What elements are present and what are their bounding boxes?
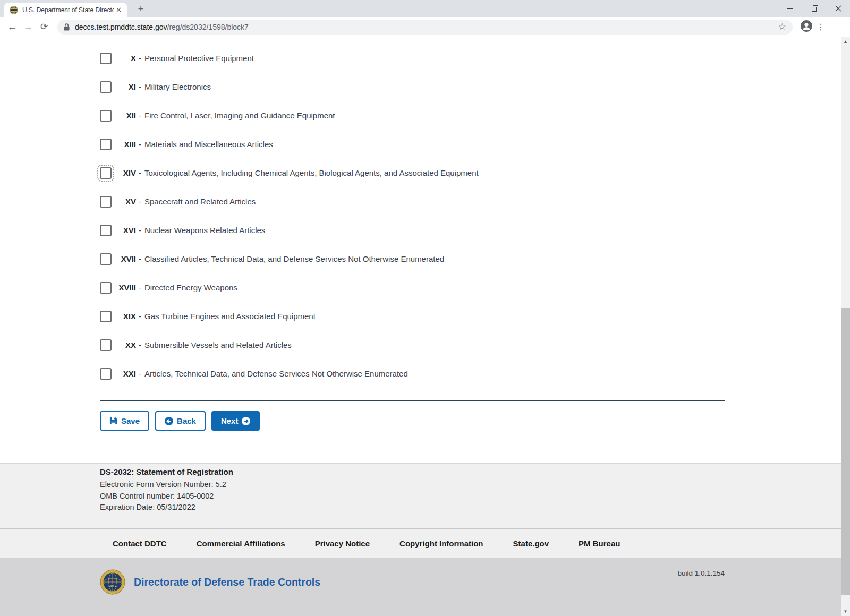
scrollbar-down-icon[interactable]: ▼: [841, 607, 850, 616]
category-separator: -: [139, 283, 141, 292]
save-button-label: Save: [121, 416, 140, 425]
category-label: Military Electronics: [144, 82, 211, 91]
address-bar[interactable]: deccs.test.pmddtc.state.gov/reg/ds2032/1…: [57, 20, 793, 35]
new-tab-button[interactable]: +: [134, 4, 147, 15]
content-divider: [100, 400, 725, 401]
scrollbar-up-icon[interactable]: ▲: [841, 37, 850, 46]
category-checkbox[interactable]: [100, 139, 112, 150]
form-version: Electronic Form Version Number: 5.2: [100, 479, 850, 491]
category-numeral: XVIII: [114, 283, 136, 292]
usml-category-row[interactable]: XIV - Toxicological Agents, Including Ch…: [100, 167, 479, 179]
category-separator: -: [139, 82, 141, 91]
browser-menu-icon[interactable]: ⋮: [814, 22, 828, 32]
category-separator: -: [139, 111, 141, 120]
org-title[interactable]: Directorate of Defense Trade Controls: [134, 576, 320, 588]
category-separator: -: [139, 312, 141, 321]
profile-avatar-icon[interactable]: [800, 20, 813, 35]
usml-category-row[interactable]: XII - Fire Control, Laser, Imaging and G…: [100, 109, 479, 122]
usml-category-list: X - Personal Protective Equipment XI - M…: [100, 52, 479, 396]
reload-icon[interactable]: ⟳: [36, 21, 52, 32]
usml-category-row[interactable]: XVI - Nuclear Weapons Related Articles: [100, 224, 479, 236]
category-checkbox[interactable]: [100, 311, 112, 322]
usml-category-row[interactable]: XIX - Gas Turbine Engines and Associated…: [100, 310, 479, 322]
restore-icon: [812, 7, 817, 12]
form-expiration: Expiration Date: 05/31/2022: [100, 502, 850, 514]
usml-category-row[interactable]: XXI - Articles, Technical Data, and Defe…: [100, 367, 479, 380]
usml-category-row[interactable]: XVII - Classified Articles, Technical Da…: [100, 253, 479, 265]
build-version: build 1.0.1.154: [677, 569, 725, 577]
window-close-button[interactable]: [826, 0, 850, 17]
category-numeral: XIII: [114, 140, 136, 149]
close-icon: [835, 5, 842, 12]
page-scrollbar[interactable]: ▲ ▼: [841, 37, 850, 616]
branding-footer: DDTC Directorate of Defense Trade Contro…: [0, 558, 850, 616]
url-text: deccs.test.pmddtc.state.gov/reg/ds2032/1…: [75, 23, 249, 31]
category-checkbox[interactable]: [100, 368, 112, 380]
footer-link[interactable]: Copyright Information: [400, 539, 483, 548]
category-label: Personal Protective Equipment: [144, 54, 254, 63]
category-checkbox[interactable]: [100, 225, 112, 236]
category-label: Directed Energy Weapons: [144, 283, 237, 292]
save-button[interactable]: Save: [100, 411, 149, 431]
category-numeral: XX: [114, 340, 136, 349]
category-checkbox[interactable]: [100, 110, 112, 122]
category-label: Gas Turbine Engines and Associated Equip…: [144, 312, 316, 321]
category-label: Classified Articles, Technical Data, and…: [144, 254, 444, 263]
category-numeral: XIV: [114, 168, 136, 177]
browser-toolbar: ← → ⟳ deccs.test.pmddtc.state.gov/reg/ds…: [0, 17, 850, 37]
footer-links: Contact DDTC Commercial Affiliations Pri…: [0, 528, 850, 558]
category-numeral: XII: [114, 111, 136, 120]
tab-title: U.S. Department of State Directo: [22, 6, 114, 14]
footer-link[interactable]: Privacy Notice: [315, 539, 370, 548]
category-separator: -: [139, 254, 141, 263]
brand-block: DDTC Directorate of Defense Trade Contro…: [100, 569, 320, 595]
url-path: /reg/ds2032/1598/block7: [167, 23, 249, 31]
tab-close-icon[interactable]: [114, 6, 123, 14]
footer-link[interactable]: Contact DDTC: [113, 539, 167, 548]
category-checkbox[interactable]: [100, 282, 112, 294]
page-viewport: X - Personal Protective Equipment XI - M…: [0, 37, 850, 616]
category-checkbox[interactable]: [100, 167, 112, 179]
usml-category-row[interactable]: XIII - Materials and Miscellaneous Artic…: [100, 138, 479, 150]
category-numeral: XIX: [114, 312, 136, 321]
usml-category-row[interactable]: XX - Submersible Vessels and Related Art…: [100, 339, 479, 351]
category-label: Fire Control, Laser, Imaging and Guidanc…: [144, 111, 335, 120]
back-circle-icon: [165, 417, 173, 425]
window-restore-button[interactable]: [802, 0, 826, 17]
save-floppy-icon: [109, 417, 117, 425]
bookmark-star-icon[interactable]: ☆: [778, 21, 786, 32]
category-label: Nuclear Weapons Related Articles: [144, 226, 265, 235]
minimize-icon: [787, 8, 793, 9]
footer-link[interactable]: PM Bureau: [579, 539, 620, 548]
category-numeral: XI: [114, 82, 136, 91]
window-minimize-button[interactable]: [778, 0, 802, 17]
footer-link[interactable]: State.gov: [513, 539, 549, 548]
category-label: Submersible Vessels and Related Articles: [144, 340, 292, 349]
category-checkbox[interactable]: [100, 196, 112, 208]
category-label: Spacecraft and Related Articles: [144, 197, 256, 206]
lock-icon: [64, 23, 70, 31]
category-separator: -: [139, 369, 141, 378]
category-checkbox[interactable]: [100, 53, 112, 64]
category-separator: -: [139, 197, 141, 206]
browser-tab[interactable]: U.S. Department of State Directo: [4, 3, 127, 17]
footer-link[interactable]: Commercial Affiliations: [197, 539, 285, 548]
category-checkbox[interactable]: [100, 81, 112, 93]
category-checkbox[interactable]: [100, 339, 112, 351]
window-controls: [778, 0, 850, 17]
ddtc-seal-logo: DDTC: [100, 569, 125, 595]
usml-category-row[interactable]: XVIII - Directed Energy Weapons: [100, 281, 479, 294]
usml-category-row[interactable]: X - Personal Protective Equipment: [100, 52, 479, 64]
back-nav-icon[interactable]: ←: [4, 21, 20, 33]
category-numeral: XVI: [114, 226, 136, 235]
next-button[interactable]: Next: [211, 411, 260, 431]
back-button[interactable]: Back: [155, 411, 206, 431]
next-circle-icon: [242, 417, 250, 425]
usml-category-row[interactable]: XI - Military Electronics: [100, 81, 479, 93]
scrollbar-thumb[interactable]: [841, 308, 850, 595]
category-numeral: XVII: [114, 254, 136, 263]
category-checkbox[interactable]: [100, 253, 112, 265]
usml-category-row[interactable]: XV - Spacecraft and Related Articles: [100, 195, 479, 208]
back-button-label: Back: [177, 416, 196, 425]
form-action-buttons: Save Back Next: [100, 411, 260, 431]
